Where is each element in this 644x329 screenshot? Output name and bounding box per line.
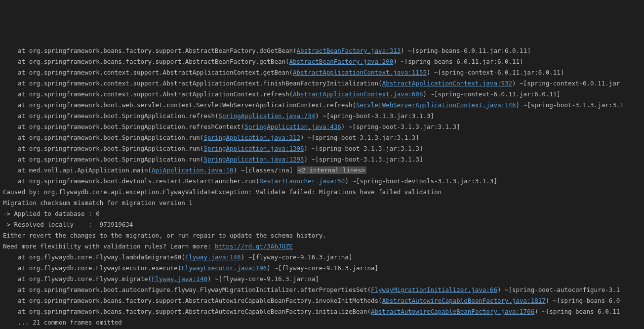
stack-suffix: ) ~[spring-boot-devtools-3.1.3.jar:3.1.3…: [345, 177, 497, 185]
source-link[interactable]: AbstractApplicationContext.java:932: [382, 80, 512, 87]
stack-indent: at: [3, 297, 29, 304]
stack-suffix: ) ~[spring-boot-autoconfigure-3.1: [497, 286, 620, 293]
stack-indent: at: [3, 80, 29, 87]
stack-indent: at: [3, 166, 29, 174]
source-link[interactable]: AbstractApplicationContext.java:608: [293, 90, 423, 98]
stack-method: org.springframework.beans.factory.suppor…: [29, 47, 297, 54]
source-link[interactable]: ServletWebServerApplicationContext.java:…: [356, 101, 516, 109]
stack-frame: at org.springframework.beans.factory.sup…: [3, 45, 641, 56]
source-link[interactable]: ApiApplication.java:10: [152, 166, 234, 174]
source-link[interactable]: Flyway.java:146: [185, 253, 241, 261]
stack-indent: at: [3, 275, 29, 283]
stack-frame: at org.springframework.boot.SpringApplic…: [3, 111, 641, 122]
stack-frame: at org.springframework.boot.SpringApplic…: [3, 143, 641, 154]
stack-method: org.springframework.boot.SpringApplicati…: [29, 112, 219, 120]
stack-suffix: ) ~[spring-beans-6.0: [546, 297, 620, 304]
stack-frame: at org.flywaydb.core.Flyway.lambda$migra…: [3, 252, 641, 263]
stack-suffix: ) ~[spring-boot-3.1.3.jar:3.1: [516, 101, 624, 109]
stack-suffix: ) ~[spring-boot-3.1.3.jar:3.1.3]: [341, 123, 460, 130]
stack-method: org.springframework.beans.factory.suppor…: [29, 297, 382, 304]
stack-indent: at: [3, 69, 29, 76]
collapsed-frames-badge[interactable]: <2 internal lines>: [297, 166, 366, 174]
stack-indent: at: [3, 253, 29, 261]
learn-more-line: Need more flexibility with validation ru…: [3, 241, 641, 252]
stack-suffix: ) ~[flyway-core-9.16.3.jar:na]: [241, 253, 353, 261]
error-message-line: -> Resolved locally : -973919634: [3, 219, 641, 230]
source-link[interactable]: FlywayExecutor.java:196: [181, 264, 267, 272]
stack-indent: at: [3, 101, 29, 109]
stack-indent: at: [3, 134, 29, 141]
error-message-line: -> Applied to database : 0: [3, 208, 641, 219]
stack-frame: at org.springframework.boot.SpringApplic…: [3, 154, 641, 165]
stack-indent: at: [3, 145, 29, 152]
learn-more-url[interactable]: https://rd.gt/3AbJUZE: [215, 243, 293, 250]
source-link[interactable]: AbstractAutowireCapableBeanFactory.java:…: [371, 308, 534, 315]
stack-suffix: ) ~[flyway-core-9.16.3.jar:na]: [207, 275, 319, 283]
stack-indent: at: [3, 47, 29, 54]
source-link[interactable]: SpringApplication.java:1306: [203, 145, 304, 152]
stack-frame: at org.springframework.beans.factory.sup…: [3, 306, 641, 317]
stack-method: org.flywaydb.core.Flyway.lambda$migrate$…: [29, 253, 185, 261]
stack-suffix: ) ~[spring-beans-6.0.11.jar:6.0.11]: [393, 58, 523, 65]
stack-suffix: ) ~[flyway-core-9.16.3.jar:na]: [267, 264, 378, 272]
stack-suffix: ) ~[spring-beans-6.0.11: [534, 308, 620, 315]
source-link[interactable]: AbstractBeanFactory.java:200: [289, 58, 393, 65]
stack-frame: at org.springframework.context.support.A…: [3, 89, 641, 100]
error-message-line: Migration checksum mismatch for migratio…: [3, 198, 641, 208]
stack-method: org.flywaydb.core.FlywayExecutor.execute…: [29, 264, 182, 272]
stack-method: org.springframework.boot.SpringApplicati…: [29, 156, 204, 163]
source-link[interactable]: RestartLauncher.java:50: [259, 177, 345, 185]
stack-method: org.springframework.boot.SpringApplicati…: [29, 145, 204, 152]
stack-method: org.springframework.boot.SpringApplicati…: [29, 134, 204, 141]
stack-suffix: ) ~[classes/:na]: [234, 166, 297, 174]
stack-frame: at org.flywaydb.core.Flyway.migrate(Flyw…: [3, 274, 641, 285]
stack-frame: at org.flywaydb.core.FlywayExecutor.exec…: [3, 263, 641, 274]
source-link[interactable]: AbstractAutowireCapableBeanFactory.java:…: [382, 297, 546, 304]
stack-frame-main: at med.voll.api.ApiApplication.main(ApiA…: [3, 165, 641, 176]
stack-frame: at org.springframework.boot.SpringApplic…: [3, 122, 641, 132]
stack-frame: at org.springframework.context.support.A…: [3, 78, 641, 89]
stack-indent: at: [3, 58, 29, 65]
source-link[interactable]: SpringApplication.java:1295: [203, 156, 304, 163]
source-link[interactable]: AbstractBeanFactory.java:313: [297, 47, 401, 54]
stack-method: org.springframework.boot.SpringApplicati…: [29, 123, 245, 130]
stack-frame: at org.springframework.beans.factory.sup…: [3, 295, 641, 306]
stack-method: org.springframework.boot.autoconfigure.f…: [29, 286, 371, 293]
stack-method: org.springframework.boot.devtools.restar…: [29, 177, 260, 185]
source-link[interactable]: Flyway.java:140: [152, 275, 207, 283]
stack-indent: at: [3, 286, 29, 293]
stack-suffix: ) ~[spring-boot-3.1.3.jar:3.1.3]: [315, 112, 434, 120]
learn-more-prefix: Need more flexibility with validation ru…: [3, 243, 215, 250]
stack-suffix: ) ~[spring-context-6.0.11.jar: [512, 80, 620, 87]
error-message-line: Either revert the changes to the migrati…: [3, 230, 641, 241]
source-link[interactable]: SpringApplication.java:436: [244, 123, 341, 130]
stack-suffix: ) ~[spring-boot-3.1.3.jar:3.1.3]: [300, 134, 419, 141]
stack-frame: at org.springframework.boot.devtools.res…: [3, 176, 641, 187]
source-link[interactable]: AbstractApplicationContext.java:1155: [293, 69, 427, 76]
stack-frame: at org.springframework.beans.factory.sup…: [3, 56, 641, 67]
stack-suffix: ) ~[spring-context-6.0.11.jar:6.0.11]: [427, 69, 564, 76]
stack-suffix: ) ~[spring-boot-3.1.3.jar:3.1.3]: [304, 156, 423, 163]
source-link[interactable]: SpringApplication.java:734: [219, 112, 316, 120]
stack-indent: at: [3, 123, 29, 130]
stack-method: org.springframework.boot.web.servlet.con…: [29, 101, 356, 109]
stack-suffix: ) ~[spring-context-6.0.11.jar:6.0.11]: [423, 90, 560, 98]
stack-method: org.springframework.context.support.Abst…: [29, 69, 293, 76]
source-link[interactable]: FlywayMigrationInitializer.java:66: [371, 286, 497, 293]
stack-method: org.springframework.beans.factory.suppor…: [29, 58, 289, 65]
stack-method: med.voll.api.ApiApplication.main(: [29, 166, 152, 174]
stack-method: org.springframework.context.support.Abst…: [29, 80, 382, 87]
console-output: at org.springframework.beans.factory.sup…: [3, 45, 641, 329]
stack-method: org.springframework.context.support.Abst…: [29, 90, 293, 98]
stack-frame: at org.springframework.boot.autoconfigur…: [3, 285, 641, 295]
stack-frame: at org.springframework.boot.web.servlet.…: [3, 100, 641, 111]
stack-frame: at org.springframework.boot.SpringApplic…: [3, 132, 641, 143]
stack-indent: at: [3, 177, 29, 185]
stack-method: org.flywaydb.core.Flyway.migrate(: [29, 275, 152, 283]
stack-indent: at: [3, 156, 29, 163]
stack-method: org.springframework.beans.factory.suppor…: [29, 308, 371, 315]
stack-indent: at: [3, 264, 29, 272]
stack-indent: at: [3, 90, 29, 98]
source-link[interactable]: SpringApplication.java:312: [203, 134, 300, 141]
stack-indent: at: [3, 112, 29, 120]
